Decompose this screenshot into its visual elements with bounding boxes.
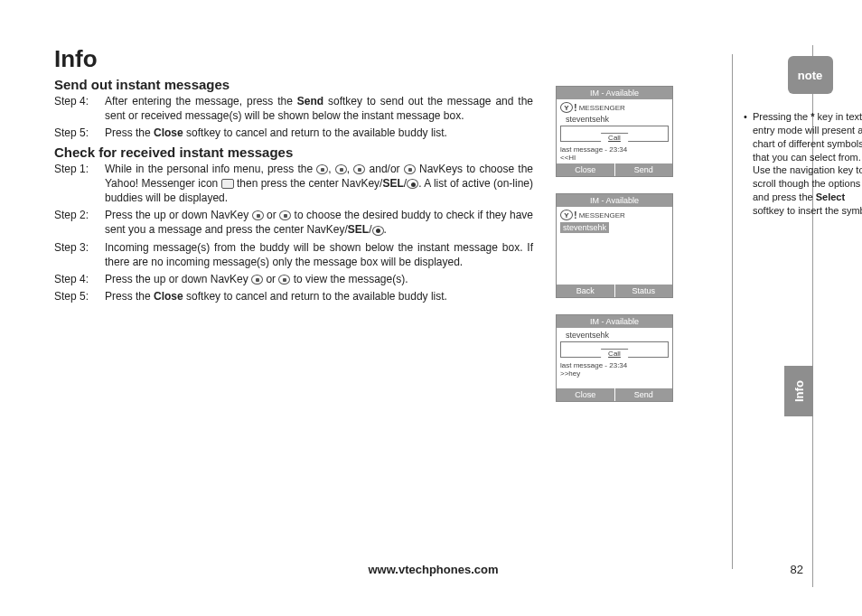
- footer-url: www.vtechphones.com: [54, 563, 812, 576]
- step-row: Step 3:Incoming message(s) from the budd…: [54, 240, 533, 269]
- messenger-label: MESSENGER: [579, 211, 625, 219]
- page-number: 82: [791, 563, 803, 576]
- call-softlabel: Call: [601, 133, 628, 142]
- softkey-send[interactable]: Send: [614, 388, 673, 401]
- note-badge: note: [788, 56, 833, 94]
- step-row: Step 4:After entering the message, press…: [54, 94, 533, 123]
- phone-selected-contact[interactable]: steventsehk: [560, 222, 609, 233]
- step-row: Step 1:While in the personal info menu, …: [54, 162, 533, 206]
- step-text: Press the Close softkey to cancel and re…: [105, 126, 533, 140]
- phone-titlebar: IM - Available: [557, 87, 672, 99]
- step-row: Step 2:Press the up or down NavKey or to…: [54, 208, 533, 237]
- note-text: Pressing the * key in text entry mode wi…: [753, 110, 862, 218]
- section-heading-check: Check for received instant messages: [54, 145, 533, 160]
- phone-input[interactable]: Call: [560, 126, 669, 142]
- step-label: Step 1:: [54, 162, 105, 206]
- step-label: Step 5:: [54, 126, 105, 140]
- phone-screen-1: IM - Available Y! MESSENGER steventsehk …: [556, 86, 673, 177]
- softkey-send[interactable]: Send: [614, 163, 673, 176]
- section-check-steps: Step 1:While in the personal info menu, …: [54, 162, 533, 304]
- softkey-back[interactable]: Back: [557, 285, 614, 297]
- bullet-dot: •: [744, 110, 753, 218]
- section-heading-send: Send out instant messages: [54, 77, 533, 92]
- step-label: Step 4:: [54, 272, 105, 286]
- step-text: Press the up or down NavKey or to choose…: [105, 208, 533, 237]
- phone-screen-3: IM - Available steventsehk Call last mes…: [556, 314, 673, 402]
- step-row: Step 5:Press the Close softkey to cancel…: [54, 126, 533, 140]
- step-label: Step 4:: [54, 94, 105, 123]
- phone-mockups-column: IM - Available Y! MESSENGER steventsehk …: [556, 86, 700, 418]
- phone-username: steventsehk: [566, 331, 669, 340]
- step-text: While in the personal info menu, press t…: [105, 162, 533, 206]
- step-label: Step 5:: [54, 289, 105, 303]
- softkey-status[interactable]: Status: [614, 285, 673, 297]
- side-tab-info: Info: [784, 366, 813, 416]
- phone-titlebar: IM - Available: [557, 194, 672, 207]
- phone-lastmsg: last message - 23:34: [560, 145, 669, 154]
- section-send-steps: Step 4:After entering the message, press…: [54, 94, 533, 141]
- step-text: Incoming message(s) from the buddy will …: [105, 240, 533, 269]
- yahoo-icon: Y: [560, 102, 573, 113]
- call-softlabel: Call: [601, 349, 628, 358]
- page-title: Info: [54, 45, 533, 73]
- exclaim-icon: !: [574, 210, 577, 220]
- softkey-close[interactable]: Close: [557, 388, 614, 401]
- note-column: note • Pressing the * key in text entry …: [732, 54, 862, 569]
- phone-lastmsg: last message - 23:34: [560, 361, 669, 369]
- phone-screen-2: IM - Available Y! MESSENGER steventsehk …: [556, 193, 673, 298]
- manual-page: Info Send out instant messages Step 4:Af…: [54, 45, 813, 587]
- step-text: Press the Close softkey to cancel and re…: [105, 289, 533, 303]
- step-text: After entering the message, press the Se…: [105, 94, 533, 123]
- phone-msg: <<HI: [560, 154, 669, 162]
- phone-username: steventsehk: [566, 115, 669, 124]
- step-row: Step 5:Press the Close softkey to cancel…: [54, 289, 533, 303]
- step-label: Step 2:: [54, 208, 105, 237]
- phone-input[interactable]: Call: [560, 341, 669, 358]
- softkey-close[interactable]: Close: [557, 163, 614, 176]
- note-bullet: • Pressing the * key in text entry mode …: [744, 110, 862, 218]
- step-label: Step 3:: [54, 240, 105, 269]
- messenger-label: MESSENGER: [579, 104, 625, 112]
- yahoo-icon: Y: [560, 210, 573, 220]
- exclaim-icon: !: [574, 102, 577, 113]
- phone-titlebar: IM - Available: [557, 315, 672, 328]
- step-row: Step 4:Press the up or down NavKey or to…: [54, 272, 533, 286]
- main-column: Info Send out instant messages Step 4:Af…: [54, 45, 533, 306]
- phone-msg: >>hey: [560, 369, 669, 378]
- step-text: Press the up or down NavKey or to view t…: [105, 272, 533, 286]
